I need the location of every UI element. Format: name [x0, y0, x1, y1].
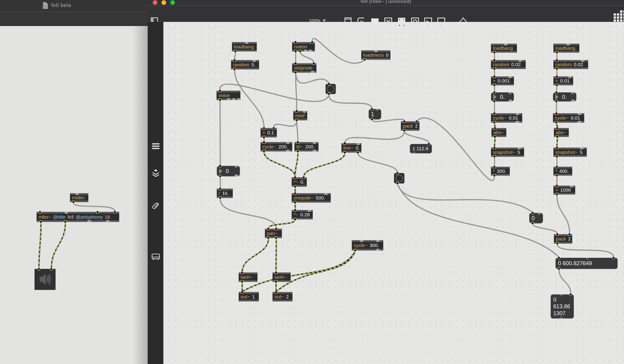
node-tanh2[interactable]: tanh~: [273, 273, 290, 282]
node-lb_b[interactable]: loadbang: [553, 44, 579, 52]
new-object-icon[interactable]: [344, 17, 352, 26]
node-button1[interactable]: [326, 84, 336, 94]
signal-cable[interactable]: [268, 220, 295, 228]
patch-cable[interactable]: [404, 131, 429, 144]
patch-cable[interactable]: [397, 184, 533, 212]
node-flo_b[interactable]: 0.: [553, 92, 576, 101]
node-p001b[interactable]: +0.01: [553, 77, 573, 85]
layers-icon[interactable]: [152, 169, 160, 177]
patch-cable[interactable]: [300, 52, 314, 63]
node-lb_a[interactable]: loadbang: [491, 44, 517, 52]
node-tanh1[interactable]: tanh~: [239, 273, 257, 282]
inlet: [219, 164, 222, 167]
patch-cable[interactable]: [220, 101, 220, 165]
node-out1[interactable]: out~1: [239, 292, 259, 301]
node-onepole500[interactable]: onepole~500.: [292, 193, 331, 203]
node-ezdac[interactable]: [35, 269, 55, 290]
gig-case-icon[interactable]: [152, 253, 160, 260]
patch-cable[interactable]: [296, 73, 329, 83]
node-snap_b[interactable]: snapshot~5: [553, 148, 587, 157]
patch-cable[interactable]: [296, 73, 329, 83]
patch-cable[interactable]: [559, 269, 571, 294]
node-midiin[interactable]: midiin: [70, 193, 88, 202]
zoom-dropdown[interactable]: 100%: [309, 18, 326, 23]
node-tri200[interactable]: tri~200.: [294, 142, 318, 151]
patch-cable[interactable]: [220, 198, 276, 228]
node-rnd_b[interactable]: random0.02: [553, 60, 588, 69]
signal-cable[interactable]: [304, 153, 345, 177]
object-palette-grid-icon[interactable]: [614, 10, 624, 26]
node-cycle200[interactable]: cycle~200.: [260, 142, 292, 151]
patch-cable[interactable]: [312, 38, 365, 63]
hamburger-menu-icon[interactable]: [152, 143, 160, 150]
node-num0b[interactable]: 0: [529, 213, 543, 223]
box-text: 200.: [278, 144, 288, 150]
playbar-variants-caret[interactable]: [426, 25, 429, 28]
node-plus01[interactable]: +0.1: [260, 128, 277, 137]
new-number-icon[interactable]: [411, 17, 419, 27]
signal-cable[interactable]: [242, 251, 355, 292]
node-rnd_a[interactable]: random0.02: [491, 60, 526, 69]
node-stripnote[interactable]: stripnote: [292, 63, 316, 73]
signal-cable[interactable]: [52, 222, 65, 268]
patch-cable[interactable]: [220, 198, 276, 228]
node-pack2b[interactable]: pack2: [554, 234, 572, 243]
node-flonum0[interactable]: 0: [217, 166, 240, 176]
node-loadmess0[interactable]: loadmess0: [361, 51, 390, 60]
outlet: [363, 58, 366, 61]
patch-cable[interactable]: [345, 131, 404, 143]
node-pack2a[interactable]: pack2: [401, 121, 419, 131]
flonum-variants-caret[interactable]: [440, 25, 443, 28]
node-notein[interactable]: notein: [292, 42, 315, 51]
inlet: [262, 127, 265, 130]
signal-cable[interactable]: [264, 152, 295, 177]
patch-cable[interactable]: [557, 195, 570, 234]
node-pan[interactable]: pan~: [265, 229, 282, 238]
patch-cable[interactable]: [533, 224, 557, 234]
node-line0[interactable]: line~0.: [341, 143, 361, 153]
outlet: [262, 150, 265, 153]
node-loadbang1[interactable]: loadbang: [232, 42, 257, 51]
node-msgBig[interactable]: 0 600.827649: [556, 258, 618, 269]
patch-cable[interactable]: [329, 94, 372, 108]
node-rnbo[interactable]: rnbo~@titlefell@polyphony16: [37, 212, 119, 222]
new-toggle-icon[interactable]: [384, 17, 392, 27]
node-p0001[interactable]: +0.001: [491, 77, 514, 85]
node-mul028[interactable]: *~0.28: [292, 210, 313, 219]
node-num1[interactable]: 1: [369, 109, 381, 119]
signal-cable[interactable]: [242, 238, 268, 272]
node-mul400[interactable]: *400.: [553, 167, 572, 176]
new-comment-icon[interactable]: [370, 17, 380, 26]
patch-cable[interactable]: [74, 203, 115, 211]
node-mul300[interactable]: *300.: [491, 167, 510, 176]
new-button-icon[interactable]: [397, 17, 406, 27]
patch-cable[interactable]: [345, 131, 404, 143]
node-abs_a[interactable]: abs~: [492, 128, 506, 137]
node-cyc_b[interactable]: cycle~0.01: [553, 113, 584, 123]
node-random5[interactable]: random5.: [231, 60, 259, 69]
paperclip-icon[interactable]: [152, 201, 160, 210]
patch-cable[interactable]: [557, 244, 614, 257]
node-out2[interactable]: out~2: [273, 292, 292, 301]
signal-cable[interactable]: [242, 251, 355, 292]
node-snap_a[interactable]: snapshot~5: [491, 148, 524, 157]
node-msgSmall[interactable]: 0613.861307: [551, 294, 574, 318]
patch-cable[interactable]: [358, 153, 397, 173]
signal-cable[interactable]: [295, 152, 298, 177]
node-div16[interactable]: /16.: [217, 189, 233, 198]
node-p1000[interactable]: +1000: [553, 186, 575, 194]
patch-cable[interactable]: [274, 121, 297, 128]
node-cyc_a[interactable]: cycle~0.01: [491, 113, 522, 123]
box-text: cycle~: [262, 144, 276, 150]
new-message-icon[interactable]: m: [357, 17, 365, 26]
node-cycle300[interactable]: cycle~300.: [352, 240, 383, 250]
node-mul0[interactable]: *~0.: [292, 177, 307, 187]
paint-bucket-icon[interactable]: [458, 17, 468, 27]
node-msg1129[interactable]: 1 112.9: [410, 144, 432, 153]
node-abs_b[interactable]: abs~: [554, 128, 569, 137]
node-flo_a[interactable]: 0.: [491, 92, 514, 101]
inlet: [555, 75, 558, 78]
node-voice[interactable]: voice: [217, 91, 240, 100]
node-mtof[interactable]: mtof: [293, 111, 307, 120]
node-button2[interactable]: [394, 173, 404, 183]
